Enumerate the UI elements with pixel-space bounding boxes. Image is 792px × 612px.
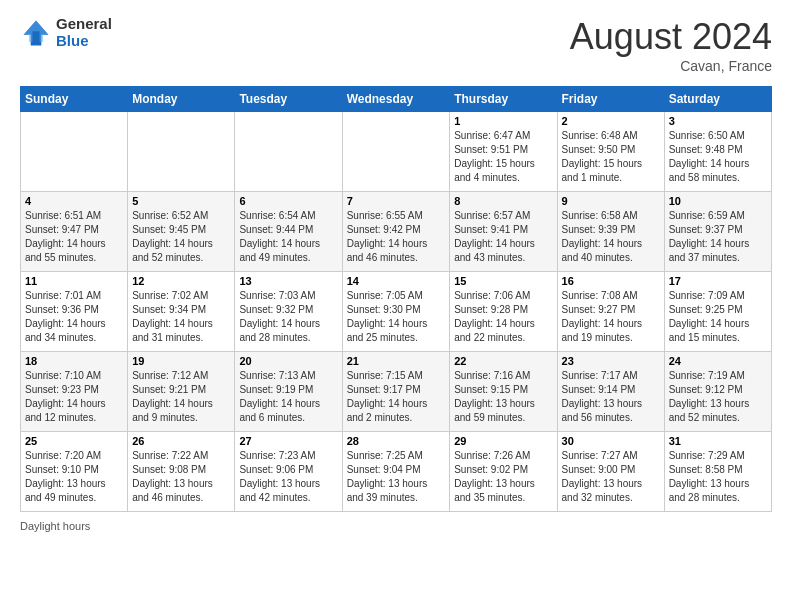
day-info: Sunrise: 7:19 AM Sunset: 9:12 PM Dayligh… <box>669 369 767 425</box>
calendar: SundayMondayTuesdayWednesdayThursdayFrid… <box>20 86 772 512</box>
calendar-cell: 18Sunrise: 7:10 AM Sunset: 9:23 PM Dayli… <box>21 352 128 432</box>
day-number: 5 <box>132 195 230 207</box>
calendar-cell: 4Sunrise: 6:51 AM Sunset: 9:47 PM Daylig… <box>21 192 128 272</box>
day-info: Sunrise: 7:17 AM Sunset: 9:14 PM Dayligh… <box>562 369 660 425</box>
day-number: 18 <box>25 355 123 367</box>
calendar-cell: 2Sunrise: 6:48 AM Sunset: 9:50 PM Daylig… <box>557 112 664 192</box>
day-number: 6 <box>239 195 337 207</box>
calendar-cell: 19Sunrise: 7:12 AM Sunset: 9:21 PM Dayli… <box>128 352 235 432</box>
title-area: August 2024 Cavan, France <box>570 16 772 74</box>
day-number: 29 <box>454 435 552 447</box>
day-number: 13 <box>239 275 337 287</box>
calendar-cell <box>21 112 128 192</box>
subtitle: Cavan, France <box>570 58 772 74</box>
day-info: Sunrise: 7:01 AM Sunset: 9:36 PM Dayligh… <box>25 289 123 345</box>
day-info: Sunrise: 6:47 AM Sunset: 9:51 PM Dayligh… <box>454 129 552 185</box>
day-number: 22 <box>454 355 552 367</box>
week-row-1: 1Sunrise: 6:47 AM Sunset: 9:51 PM Daylig… <box>21 112 772 192</box>
day-number: 24 <box>669 355 767 367</box>
header: General Blue August 2024 Cavan, France <box>20 16 772 74</box>
day-info: Sunrise: 7:15 AM Sunset: 9:17 PM Dayligh… <box>347 369 446 425</box>
calendar-cell: 29Sunrise: 7:26 AM Sunset: 9:02 PM Dayli… <box>450 432 557 512</box>
day-info: Sunrise: 7:12 AM Sunset: 9:21 PM Dayligh… <box>132 369 230 425</box>
month-title: August 2024 <box>570 16 772 58</box>
day-info: Sunrise: 7:22 AM Sunset: 9:08 PM Dayligh… <box>132 449 230 505</box>
day-info: Sunrise: 6:59 AM Sunset: 9:37 PM Dayligh… <box>669 209 767 265</box>
day-info: Sunrise: 7:02 AM Sunset: 9:34 PM Dayligh… <box>132 289 230 345</box>
day-info: Sunrise: 7:10 AM Sunset: 9:23 PM Dayligh… <box>25 369 123 425</box>
day-info: Sunrise: 6:55 AM Sunset: 9:42 PM Dayligh… <box>347 209 446 265</box>
day-number: 27 <box>239 435 337 447</box>
day-info: Sunrise: 6:50 AM Sunset: 9:48 PM Dayligh… <box>669 129 767 185</box>
logo-blue-text: Blue <box>56 33 112 50</box>
day-info: Sunrise: 7:29 AM Sunset: 8:58 PM Dayligh… <box>669 449 767 505</box>
day-info: Sunrise: 7:25 AM Sunset: 9:04 PM Dayligh… <box>347 449 446 505</box>
day-number: 23 <box>562 355 660 367</box>
day-info: Sunrise: 6:58 AM Sunset: 9:39 PM Dayligh… <box>562 209 660 265</box>
calendar-cell: 21Sunrise: 7:15 AM Sunset: 9:17 PM Dayli… <box>342 352 450 432</box>
daylight-hours-label: Daylight hours <box>20 520 90 532</box>
day-number: 4 <box>25 195 123 207</box>
calendar-cell <box>235 112 342 192</box>
calendar-cell <box>342 112 450 192</box>
day-info: Sunrise: 7:27 AM Sunset: 9:00 PM Dayligh… <box>562 449 660 505</box>
calendar-cell <box>128 112 235 192</box>
day-number: 26 <box>132 435 230 447</box>
header-row: SundayMondayTuesdayWednesdayThursdayFrid… <box>21 87 772 112</box>
day-header-wednesday: Wednesday <box>342 87 450 112</box>
calendar-cell: 31Sunrise: 7:29 AM Sunset: 8:58 PM Dayli… <box>664 432 771 512</box>
calendar-cell: 24Sunrise: 7:19 AM Sunset: 9:12 PM Dayli… <box>664 352 771 432</box>
day-header-saturday: Saturday <box>664 87 771 112</box>
day-number: 31 <box>669 435 767 447</box>
day-number: 19 <box>132 355 230 367</box>
day-number: 16 <box>562 275 660 287</box>
day-number: 11 <box>25 275 123 287</box>
legend: Daylight hours <box>20 520 772 532</box>
day-number: 2 <box>562 115 660 127</box>
day-number: 14 <box>347 275 446 287</box>
calendar-cell: 11Sunrise: 7:01 AM Sunset: 9:36 PM Dayli… <box>21 272 128 352</box>
logo-text: General Blue <box>56 16 112 49</box>
day-header-sunday: Sunday <box>21 87 128 112</box>
day-number: 20 <box>239 355 337 367</box>
week-row-4: 18Sunrise: 7:10 AM Sunset: 9:23 PM Dayli… <box>21 352 772 432</box>
calendar-cell: 14Sunrise: 7:05 AM Sunset: 9:30 PM Dayli… <box>342 272 450 352</box>
day-info: Sunrise: 7:26 AM Sunset: 9:02 PM Dayligh… <box>454 449 552 505</box>
day-number: 7 <box>347 195 446 207</box>
day-number: 10 <box>669 195 767 207</box>
calendar-cell: 12Sunrise: 7:02 AM Sunset: 9:34 PM Dayli… <box>128 272 235 352</box>
day-number: 25 <box>25 435 123 447</box>
day-number: 28 <box>347 435 446 447</box>
day-info: Sunrise: 7:03 AM Sunset: 9:32 PM Dayligh… <box>239 289 337 345</box>
week-row-2: 4Sunrise: 6:51 AM Sunset: 9:47 PM Daylig… <box>21 192 772 272</box>
calendar-cell: 16Sunrise: 7:08 AM Sunset: 9:27 PM Dayli… <box>557 272 664 352</box>
calendar-cell: 26Sunrise: 7:22 AM Sunset: 9:08 PM Dayli… <box>128 432 235 512</box>
calendar-cell: 27Sunrise: 7:23 AM Sunset: 9:06 PM Dayli… <box>235 432 342 512</box>
calendar-cell: 1Sunrise: 6:47 AM Sunset: 9:51 PM Daylig… <box>450 112 557 192</box>
calendar-cell: 13Sunrise: 7:03 AM Sunset: 9:32 PM Dayli… <box>235 272 342 352</box>
day-number: 1 <box>454 115 552 127</box>
week-row-5: 25Sunrise: 7:20 AM Sunset: 9:10 PM Dayli… <box>21 432 772 512</box>
day-number: 21 <box>347 355 446 367</box>
calendar-cell: 8Sunrise: 6:57 AM Sunset: 9:41 PM Daylig… <box>450 192 557 272</box>
day-number: 8 <box>454 195 552 207</box>
day-info: Sunrise: 7:08 AM Sunset: 9:27 PM Dayligh… <box>562 289 660 345</box>
day-number: 30 <box>562 435 660 447</box>
logo-icon <box>20 17 52 49</box>
calendar-cell: 28Sunrise: 7:25 AM Sunset: 9:04 PM Dayli… <box>342 432 450 512</box>
day-number: 15 <box>454 275 552 287</box>
calendar-cell: 3Sunrise: 6:50 AM Sunset: 9:48 PM Daylig… <box>664 112 771 192</box>
day-number: 9 <box>562 195 660 207</box>
calendar-cell: 5Sunrise: 6:52 AM Sunset: 9:45 PM Daylig… <box>128 192 235 272</box>
calendar-cell: 23Sunrise: 7:17 AM Sunset: 9:14 PM Dayli… <box>557 352 664 432</box>
calendar-cell: 17Sunrise: 7:09 AM Sunset: 9:25 PM Dayli… <box>664 272 771 352</box>
day-number: 12 <box>132 275 230 287</box>
calendar-cell: 25Sunrise: 7:20 AM Sunset: 9:10 PM Dayli… <box>21 432 128 512</box>
calendar-cell: 9Sunrise: 6:58 AM Sunset: 9:39 PM Daylig… <box>557 192 664 272</box>
logo-general-text: General <box>56 16 112 33</box>
day-info: Sunrise: 7:20 AM Sunset: 9:10 PM Dayligh… <box>25 449 123 505</box>
day-info: Sunrise: 6:54 AM Sunset: 9:44 PM Dayligh… <box>239 209 337 265</box>
calendar-cell: 7Sunrise: 6:55 AM Sunset: 9:42 PM Daylig… <box>342 192 450 272</box>
day-info: Sunrise: 6:57 AM Sunset: 9:41 PM Dayligh… <box>454 209 552 265</box>
day-number: 17 <box>669 275 767 287</box>
